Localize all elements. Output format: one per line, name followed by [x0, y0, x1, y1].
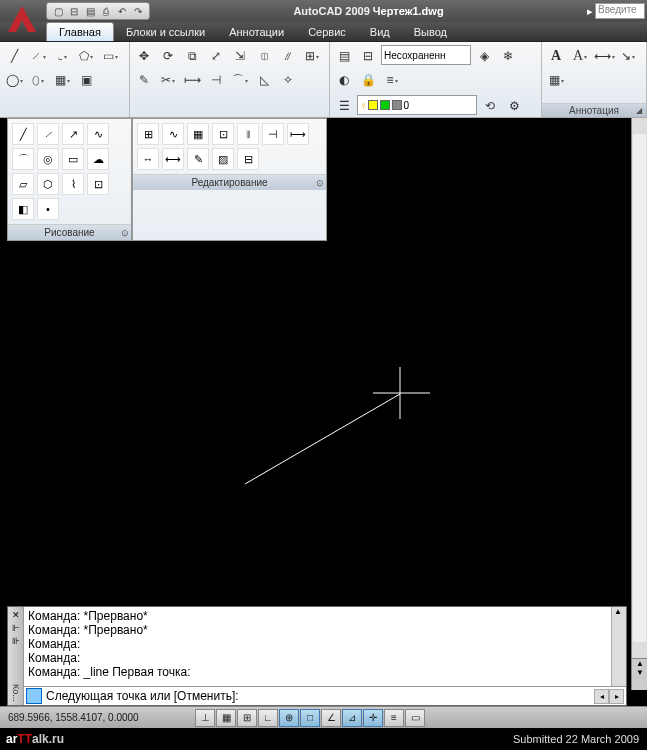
- edit-array-icon[interactable]: ⊟: [237, 148, 259, 170]
- layer-prev-icon[interactable]: ⟲: [479, 95, 501, 117]
- line-icon[interactable]: ╱: [3, 45, 25, 67]
- layer-lock-icon[interactable]: 🔒: [357, 69, 379, 91]
- stretch-icon[interactable]: ⇲: [229, 45, 251, 67]
- mirror-icon[interactable]: ⎅: [253, 45, 275, 67]
- rectangle-icon[interactable]: ▭: [99, 45, 121, 67]
- command-input[interactable]: [44, 688, 594, 704]
- search-input[interactable]: Введите: [595, 3, 645, 19]
- tab-view[interactable]: Вид: [358, 23, 402, 41]
- pedit-icon[interactable]: ⊞: [137, 123, 159, 145]
- xline-icon[interactable]: ⟋: [37, 123, 59, 145]
- vertical-scrollbar[interactable]: ▲▼: [631, 118, 647, 690]
- viewcube-icon[interactable]: ▲▼: [632, 658, 647, 690]
- app-logo[interactable]: [4, 2, 40, 38]
- break-icon[interactable]: ⊣: [205, 69, 227, 91]
- revcloud-icon[interactable]: ☁: [87, 148, 109, 170]
- toggle-infer[interactable]: ⊥: [195, 709, 215, 727]
- layer-iso-icon[interactable]: ◈: [473, 45, 495, 67]
- layer-prop-icon[interactable]: ▤: [333, 45, 355, 67]
- pline-icon[interactable]: ⦦: [51, 45, 73, 67]
- donut-icon[interactable]: ◎: [37, 148, 59, 170]
- toggle-grid[interactable]: ⊞: [237, 709, 257, 727]
- qat-open-icon[interactable]: ⊟: [67, 4, 81, 18]
- table-icon[interactable]: ▦: [545, 69, 567, 91]
- polygon-icon[interactable]: ⬠: [75, 45, 97, 67]
- tab-blocks[interactable]: Блоки и ссылки: [114, 23, 217, 41]
- point-icon[interactable]: •: [37, 198, 59, 220]
- layer-off-icon[interactable]: ◐: [333, 69, 355, 91]
- 3dpoly-icon[interactable]: ⬡: [37, 173, 59, 195]
- align-icon[interactable]: ⫴: [237, 123, 259, 145]
- tab-annotations[interactable]: Аннотации: [217, 23, 296, 41]
- tab-service[interactable]: Сервис: [296, 23, 358, 41]
- extend-icon[interactable]: ⟼: [181, 69, 203, 91]
- hatchedit-icon[interactable]: ▦: [187, 123, 209, 145]
- dim-linear-icon[interactable]: ⟷: [593, 45, 615, 67]
- arrayedit-icon[interactable]: ⊡: [212, 123, 234, 145]
- ellipse-icon[interactable]: ⬯: [27, 69, 49, 91]
- toggle-ortho[interactable]: ∟: [258, 709, 278, 727]
- region-icon[interactable]: ▣: [75, 69, 97, 91]
- rotate-icon[interactable]: ⟳: [157, 45, 179, 67]
- command-history[interactable]: Команда: *Прервано* Команда: *Прервано* …: [24, 607, 626, 687]
- scale-icon[interactable]: ⤢: [205, 45, 227, 67]
- wipeout-icon[interactable]: ▱: [12, 173, 34, 195]
- cmd-scroll-right-icon[interactable]: ▸: [609, 689, 624, 704]
- layer-match-icon[interactable]: ≡: [381, 69, 403, 91]
- panel-expand-icon[interactable]: ◢: [634, 106, 644, 116]
- copy-icon[interactable]: ⧉: [181, 45, 203, 67]
- toggle-otrack[interactable]: ∠: [321, 709, 341, 727]
- layer-states-icon[interactable]: ⊟: [357, 45, 379, 67]
- line-icon[interactable]: ╱: [12, 123, 34, 145]
- lengthen-icon[interactable]: ⟷: [162, 148, 184, 170]
- toggle-polar[interactable]: ⊕: [279, 709, 299, 727]
- layer-tools-icon[interactable]: ⚙: [503, 95, 525, 117]
- tab-home[interactable]: Главная: [46, 22, 114, 41]
- mtext-icon[interactable]: A: [545, 45, 567, 67]
- array-icon[interactable]: ⊞: [301, 45, 323, 67]
- cmd-scroll-left-icon[interactable]: ◂: [594, 689, 609, 704]
- leader-icon[interactable]: ↘: [617, 45, 639, 67]
- cmd-close-icon[interactable]: ✕: [12, 610, 20, 620]
- explode-icon[interactable]: ✧: [277, 69, 299, 91]
- gradient-icon[interactable]: ◧: [12, 198, 34, 220]
- qat-save-icon[interactable]: ▤: [83, 4, 97, 18]
- hatch-icon[interactable]: ▦: [51, 69, 73, 91]
- toggle-lwt[interactable]: ≡: [384, 709, 404, 727]
- edit-hatch-icon[interactable]: ▨: [212, 148, 234, 170]
- fillet-icon[interactable]: ⌒: [229, 69, 251, 91]
- qat-print-icon[interactable]: ⎙: [99, 4, 113, 18]
- qat-new-icon[interactable]: ▢: [51, 4, 65, 18]
- coordinates[interactable]: 689.5966, 1558.4107, 0.0000: [0, 712, 195, 723]
- chamfer-icon[interactable]: ◺: [253, 69, 275, 91]
- boundary-icon[interactable]: ⊡: [87, 173, 109, 195]
- offset-icon[interactable]: ⫽: [277, 45, 299, 67]
- join-icon[interactable]: ⟼: [287, 123, 309, 145]
- cmd-scrollbar[interactable]: [611, 607, 626, 686]
- cmd-pin-icon[interactable]: ⊪: [12, 636, 20, 646]
- cmd-dock-icon[interactable]: ⊩: [12, 623, 20, 633]
- layer-current-combo[interactable]: ♀0: [357, 95, 477, 115]
- move-icon[interactable]: ✥: [133, 45, 155, 67]
- splinedit-icon[interactable]: ∿: [162, 123, 184, 145]
- text-icon[interactable]: A: [569, 45, 591, 67]
- helix-icon[interactable]: ⌇: [62, 173, 84, 195]
- pin-icon[interactable]: ⊙: [316, 178, 324, 188]
- rect-icon[interactable]: ▭: [62, 148, 84, 170]
- tab-output[interactable]: Вывод: [402, 23, 459, 41]
- toggle-snap[interactable]: ▦: [216, 709, 236, 727]
- reverse-icon[interactable]: ↔: [137, 148, 159, 170]
- arc-icon[interactable]: ⟋: [27, 45, 49, 67]
- toggle-osnap[interactable]: □: [300, 709, 320, 727]
- qat-undo-icon[interactable]: ↶: [115, 4, 129, 18]
- toggle-ducs[interactable]: ⊿: [342, 709, 362, 727]
- trim-icon[interactable]: ✂: [157, 69, 179, 91]
- ray-icon[interactable]: ↗: [62, 123, 84, 145]
- ellipse-arc-icon[interactable]: ⌒: [12, 148, 34, 170]
- layer-manager-icon[interactable]: ☰: [333, 95, 355, 117]
- qat-redo-icon[interactable]: ↷: [131, 4, 145, 18]
- layer-freeze-icon[interactable]: ❄: [497, 45, 519, 67]
- toggle-dyn[interactable]: ✛: [363, 709, 383, 727]
- spline-icon[interactable]: ∿: [87, 123, 109, 145]
- edit-spline-icon[interactable]: ✎: [187, 148, 209, 170]
